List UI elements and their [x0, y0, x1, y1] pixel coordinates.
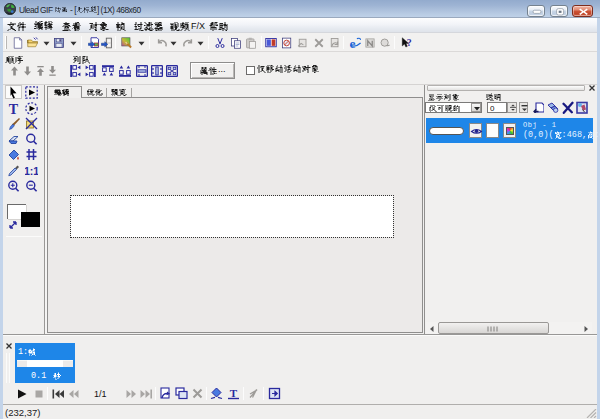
svg-text:T: T	[9, 102, 19, 115]
svg-text:T: T	[230, 387, 238, 399]
svg-text:e: e	[350, 37, 356, 49]
svg-text:1:1: 1:1	[25, 165, 38, 177]
svg-text:?: ?	[407, 37, 412, 48]
